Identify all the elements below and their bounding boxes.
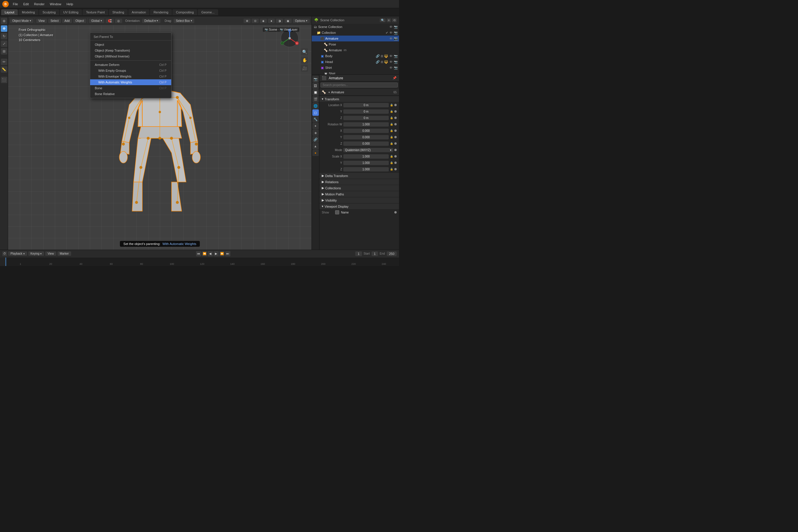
collections-header[interactable]: ▶ Collections bbox=[319, 185, 399, 191]
head-visibility[interactable]: 👁 bbox=[390, 60, 393, 64]
particles-tab[interactable]: ✦ bbox=[312, 123, 319, 129]
tab-texture-paint[interactable]: Texture Paint bbox=[82, 10, 108, 15]
location-x-value[interactable]: 0 m bbox=[343, 103, 389, 107]
menu-item-object[interactable]: Object bbox=[90, 42, 171, 48]
visibility-header[interactable]: ▶ Visibility bbox=[319, 197, 399, 203]
tab-uv-editing[interactable]: UV Editing bbox=[60, 10, 82, 15]
options-button[interactable]: Options bbox=[293, 19, 310, 23]
outliner-item-pose[interactable]: 🦴 Pose bbox=[312, 41, 399, 47]
tab-compositing[interactable]: Compositing bbox=[172, 10, 197, 15]
visibility-icon[interactable]: 👁 bbox=[390, 25, 393, 29]
view-menu[interactable]: View bbox=[36, 19, 47, 23]
view-layer-tab[interactable]: 🔲 bbox=[312, 89, 319, 96]
snap-toggle[interactable]: 🧲 bbox=[106, 19, 114, 23]
collection-camera-icon[interactable]: 📷 bbox=[394, 31, 398, 35]
location-y-value[interactable]: 0 m bbox=[343, 109, 389, 114]
menu-help[interactable]: Help bbox=[64, 2, 76, 6]
outliner-item-head[interactable]: ▣ Head 🔗 ⊞ 🔱 👁 📷 bbox=[312, 59, 399, 65]
scale-y-value[interactable]: 1.000 bbox=[343, 161, 389, 165]
menu-edit[interactable]: Edit bbox=[21, 2, 31, 6]
render-props-tab[interactable]: 📷 bbox=[312, 76, 319, 82]
current-frame[interactable]: 1 bbox=[355, 251, 362, 256]
menu-item-object-noinverse[interactable]: Object (Without Inverse) bbox=[90, 53, 171, 59]
output-props-tab[interactable]: 🖼 bbox=[312, 82, 319, 89]
viewport-display-header[interactable]: ▾ Viewport Display bbox=[319, 204, 399, 209]
object-menu[interactable]: Object bbox=[73, 19, 86, 23]
rotation-x-value[interactable]: 0.000 bbox=[343, 129, 389, 133]
timeline-header-icon[interactable]: ⏱ bbox=[2, 251, 7, 256]
menu-window[interactable]: Window bbox=[48, 2, 63, 6]
tab-sculpting[interactable]: Sculpting bbox=[39, 10, 59, 15]
proportional-edit[interactable]: ◎ bbox=[115, 19, 122, 23]
lock-rw-icon[interactable]: 🔒 bbox=[390, 123, 393, 126]
armature-camera-icon[interactable]: 📷 bbox=[394, 37, 398, 40]
lock-x-icon[interactable]: 🔒 bbox=[390, 103, 393, 107]
object-props-tab[interactable]: ◻ bbox=[312, 109, 319, 116]
gizmo-toggle[interactable]: ⊕ bbox=[244, 19, 250, 23]
menu-render[interactable]: Render bbox=[32, 2, 47, 6]
viewport[interactable]: Object Mode View Select Add Object Globa… bbox=[8, 16, 311, 250]
tab-geometry[interactable]: Geome... bbox=[198, 10, 218, 15]
add-cube-tool[interactable]: ⬛ bbox=[1, 77, 7, 83]
start-frame[interactable]: 1 bbox=[372, 251, 378, 256]
blender-logo[interactable]: B bbox=[2, 1, 9, 7]
move-tool[interactable]: ✥ bbox=[1, 25, 7, 32]
rotation-w-value[interactable]: 1.000 bbox=[343, 122, 389, 127]
scene-props-tab[interactable]: 🎬 bbox=[312, 96, 319, 102]
transform-header[interactable]: ▾ Transform bbox=[319, 96, 399, 102]
transform-tool[interactable]: ⊞ bbox=[1, 48, 7, 55]
show-name-checkbox[interactable] bbox=[335, 210, 339, 214]
shirt-camera[interactable]: 📷 bbox=[394, 66, 398, 70]
play-btn[interactable]: ▶ bbox=[213, 251, 219, 256]
outliner-item-armature[interactable]: ⬛ Armature 👁 📷 bbox=[312, 36, 399, 41]
head-camera[interactable]: 📷 bbox=[394, 60, 398, 64]
lock-ry-icon[interactable]: 🔒 bbox=[390, 136, 393, 138]
timeline-view[interactable]: View bbox=[45, 251, 56, 256]
menu-item-auto-weights[interactable]: With Automatic Weights Ctrl P bbox=[90, 79, 171, 85]
tab-modeling[interactable]: Modeling bbox=[18, 10, 38, 15]
measure-tool[interactable]: 📏 bbox=[1, 66, 7, 73]
menu-item-bone-relative[interactable]: Bone Relative bbox=[90, 91, 171, 97]
outliner-item-shirt[interactable]: ▣ Shirt 👁 📷 bbox=[312, 65, 399, 71]
next-frame-btn[interactable]: ⏩ bbox=[219, 251, 225, 256]
shirt-visibility[interactable]: 👁 bbox=[390, 66, 393, 70]
armature-visibility-icon[interactable]: 👁 bbox=[390, 37, 393, 40]
menu-item-envelope-weights[interactable]: With Envelope Weights Ctrl P bbox=[90, 74, 171, 79]
material-tab[interactable]: ● bbox=[312, 150, 319, 156]
add-menu[interactable]: Add bbox=[62, 19, 72, 23]
rotation-mode-value[interactable]: Quaternion (WXYZ) ▾ bbox=[343, 148, 393, 152]
scale-tool[interactable]: ⤢ bbox=[1, 40, 7, 47]
location-z-value[interactable]: 0 m bbox=[343, 116, 389, 120]
world-props-tab[interactable]: 🌐 bbox=[312, 103, 319, 109]
tab-layout[interactable]: Layout bbox=[1, 10, 18, 15]
menu-item-object-keep[interactable]: Object (Keep Transform) bbox=[90, 48, 171, 53]
reverse-play-btn[interactable]: ◀ bbox=[208, 251, 213, 256]
overlay-toggle[interactable]: ⊙ bbox=[252, 19, 259, 23]
annotate-tool[interactable]: ✏ bbox=[1, 59, 7, 65]
outliner-filter[interactable]: 🔍 bbox=[380, 18, 385, 22]
jump-start-btn[interactable]: ⏮ bbox=[196, 251, 201, 256]
outliner-item-body[interactable]: ▣ Body 🔗 ⊞ 🔱 👁 📷 bbox=[312, 53, 399, 59]
menu-item-empty-groups[interactable]: With Empty Groups Ctrl P bbox=[90, 68, 171, 74]
outliner-item-shirt-mesh[interactable]: ▣ Shirt bbox=[312, 71, 399, 75]
rotation-y-value[interactable]: 0.000 bbox=[343, 135, 389, 139]
transform-orientation[interactable]: Global bbox=[89, 19, 104, 23]
scale-x-value[interactable]: 1.000 bbox=[343, 154, 389, 159]
body-visibility[interactable]: 👁 bbox=[390, 54, 393, 58]
lock-z-icon[interactable]: 🔒 bbox=[390, 116, 393, 119]
pin-icon[interactable]: 📌 bbox=[393, 76, 397, 80]
data-tab[interactable]: ▲ bbox=[312, 143, 319, 149]
orientation-dropdown[interactable]: Default ▾ bbox=[142, 19, 160, 23]
prev-frame-btn[interactable]: ⏪ bbox=[202, 251, 207, 256]
properties-search-input[interactable] bbox=[321, 82, 398, 88]
select-menu[interactable]: Select bbox=[48, 19, 61, 23]
xray-toggle[interactable]: ◈ bbox=[260, 19, 267, 23]
physics-tab[interactable]: ◈ bbox=[312, 130, 319, 136]
tab-shading[interactable]: Shading bbox=[109, 10, 128, 15]
collection-render-icon[interactable]: 👁 bbox=[390, 31, 393, 35]
lock-sz-icon[interactable]: 🔒 bbox=[390, 168, 393, 171]
cursor-tool[interactable]: ⊕ bbox=[1, 18, 7, 24]
menu-item-armature-deform[interactable]: Armature Deform Ctrl P bbox=[90, 62, 171, 68]
pan-btn[interactable]: ✋ bbox=[301, 57, 308, 63]
collection-visibility-icon[interactable]: ✔ bbox=[385, 31, 388, 35]
